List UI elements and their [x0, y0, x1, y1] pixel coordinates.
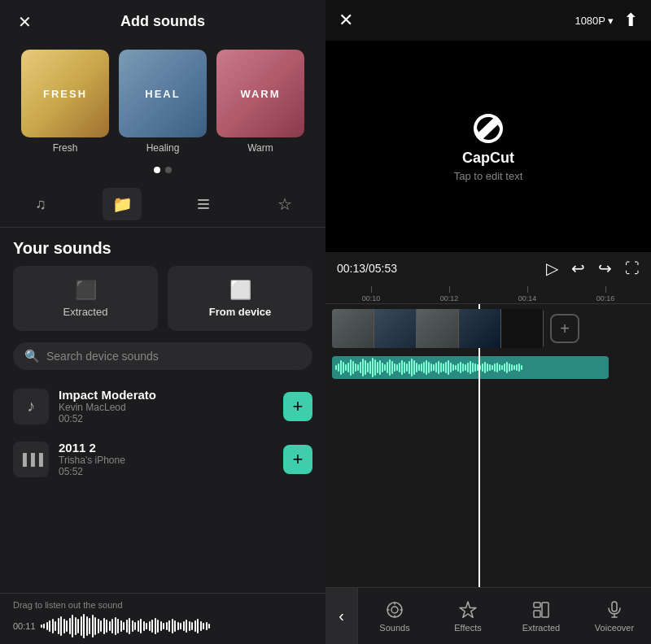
fullscreen-button[interactable]: ⛶ — [625, 260, 640, 277]
right-header: ✕ 1080P ▾ ⬆ — [326, 0, 651, 41]
redo-button[interactable]: ↪ — [598, 259, 612, 278]
dot-2 — [165, 167, 172, 173]
waveform-time: 00:11 — [13, 621, 36, 631]
fresh-label-overlay: FRESH — [43, 88, 87, 100]
star-icon: ☆ — [277, 194, 292, 214]
upload-button[interactable]: ⬆ — [623, 10, 638, 31]
sound-item-2011-2[interactable]: ▐▐▐ 2011 2 Trisha's iPhone 05:52 + — [13, 433, 312, 485]
timeline-area: 00:13/05:53 ▷ ↩ ↪ ⛶ 00:10 00:12 00:14 — [326, 252, 651, 587]
sounds-icon — [385, 600, 404, 620]
bars-icon: ▐▐▐ — [19, 453, 43, 466]
waveform-area: Drag to listen out the sound 00:11 — [0, 593, 326, 644]
ruler-tick-3 — [605, 286, 606, 293]
waveform-visual — [41, 613, 312, 639]
svg-point-1 — [391, 607, 398, 613]
nav-back-button[interactable]: ‹ — [326, 588, 358, 645]
ruler-mark-1: 00:12 — [410, 286, 488, 302]
search-input[interactable]: Search device sounds — [46, 350, 159, 363]
video-frame-1 — [332, 309, 374, 348]
resolution-button[interactable]: 1080P ▾ — [575, 15, 614, 27]
nav-item-sounds[interactable]: Sounds — [358, 594, 431, 639]
play-button[interactable]: ▷ — [546, 259, 558, 278]
video-frame-5 — [501, 309, 544, 348]
preview-area[interactable]: CapCut Tap to edit text — [326, 41, 651, 252]
sound-card-fresh[interactable]: FRESH — [21, 50, 109, 137]
video-frame-3 — [417, 309, 459, 348]
voiceover-label: Voiceover — [595, 623, 634, 633]
tab-tiktok[interactable]: ♫ — [21, 188, 60, 220]
bottom-nav: ‹ Sounds Effects — [326, 587, 651, 644]
warm-label: Warm — [247, 142, 273, 154]
nav-items: Sounds Effects Extracted — [358, 594, 651, 639]
right-close-button[interactable]: ✕ — [339, 10, 353, 31]
nav-item-voiceover[interactable]: Voiceover — [578, 594, 651, 639]
close-icon: ✕ — [18, 12, 32, 32]
sound-artist-1: Kevin MacLeod — [59, 402, 273, 413]
sound-list: ♪ Impact Moderato Kevin MacLeod 00:52 + … — [0, 380, 326, 593]
svg-rect-5 — [612, 602, 617, 611]
sound-name-2: 2011 2 — [59, 441, 273, 455]
timeline-buttons: ▷ ↩ ↪ ⛶ — [546, 259, 640, 278]
sound-duration-1: 00:52 — [59, 413, 273, 424]
ruler-label-2: 00:14 — [518, 294, 537, 302]
warm-card-bg: WARM — [216, 50, 304, 137]
nav-item-effects[interactable]: Effects — [431, 594, 505, 639]
audio-wave-inner — [332, 358, 526, 377]
capcut-subtitle: Tap to edit text — [454, 170, 523, 182]
music-note-icon: ♪ — [27, 397, 35, 416]
right-controls: 1080P ▾ ⬆ — [575, 10, 638, 31]
sound-card-healing[interactable]: HEAL — [119, 50, 207, 137]
capcut-logo: CapCut Tap to edit text — [454, 111, 523, 182]
undo-button[interactable]: ↩ — [571, 259, 585, 278]
ruler-label-0: 00:10 — [362, 294, 381, 302]
sound-card-warm-wrapper: WARM Warm — [216, 50, 304, 154]
search-icon: 🔍 — [24, 349, 40, 363]
audio-wave-track[interactable] — [332, 356, 609, 379]
sound-thumb-1: ♪ — [13, 389, 49, 424]
extracted-icon: ⬛ — [75, 280, 97, 301]
timeline-controls: 00:13/05:53 ▷ ↩ ↪ ⛶ — [326, 252, 651, 285]
ruler-mark-0: 00:10 — [332, 286, 410, 302]
device-icon: ⬜ — [229, 280, 251, 301]
dot-1 — [154, 167, 160, 173]
tiktok-icon: ♫ — [35, 196, 46, 213]
sound-card-warm[interactable]: WARM — [216, 50, 304, 137]
page-title: Add sounds — [120, 13, 205, 30]
search-bar[interactable]: 🔍 Search device sounds — [13, 342, 312, 370]
waveform-bar[interactable]: 00:11 — [13, 613, 312, 639]
nav-item-extracted[interactable]: Extracted — [505, 594, 578, 639]
drag-hint: Drag to listen out the sound — [13, 600, 312, 610]
sound-name-1: Impact Moderato — [59, 388, 273, 402]
sound-thumb-2: ▐▐▐ — [13, 442, 49, 477]
pagination-dots — [0, 163, 326, 181]
video-frame-4 — [459, 309, 501, 348]
voiceover-icon — [605, 600, 624, 620]
from-device-label: From device — [209, 306, 272, 318]
add-track-button[interactable]: + — [550, 314, 579, 343]
extracted-label: Extracted — [63, 306, 108, 318]
ruler-mark-2: 00:14 — [488, 286, 566, 302]
capcut-brand-name: CapCut — [462, 150, 514, 167]
svg-rect-4 — [542, 603, 548, 617]
resolution-label: 1080P — [575, 15, 605, 27]
tab-list[interactable] — [184, 188, 223, 220]
sound-card-fresh-wrapper: FRESH Fresh — [21, 50, 109, 154]
video-track: + — [326, 304, 651, 353]
video-frame-2 — [374, 309, 417, 348]
add-button-2[interactable]: + — [283, 445, 312, 474]
list-icon — [198, 199, 209, 209]
video-strip[interactable] — [332, 309, 544, 348]
sound-item-impact-moderato[interactable]: ♪ Impact Moderato Kevin MacLeod 00:52 + — [13, 380, 312, 433]
close-button[interactable]: ✕ — [13, 11, 36, 33]
audio-track — [326, 353, 651, 382]
add-button-1[interactable]: + — [283, 392, 312, 421]
folder-icon: 📁 — [112, 194, 133, 214]
tab-folder[interactable]: 📁 — [103, 188, 142, 220]
fresh-label: Fresh — [53, 142, 78, 154]
from-device-card[interactable]: ⬜ From device — [168, 266, 312, 331]
right-panel: ✕ 1080P ▾ ⬆ CapCut Tap to edit text 00:1… — [326, 0, 651, 644]
tab-star[interactable]: ☆ — [265, 188, 304, 220]
extracted-card[interactable]: ⬛ Extracted — [13, 266, 158, 331]
ruler-tick-1 — [449, 286, 450, 293]
ruler-label-1: 00:12 — [440, 294, 459, 302]
